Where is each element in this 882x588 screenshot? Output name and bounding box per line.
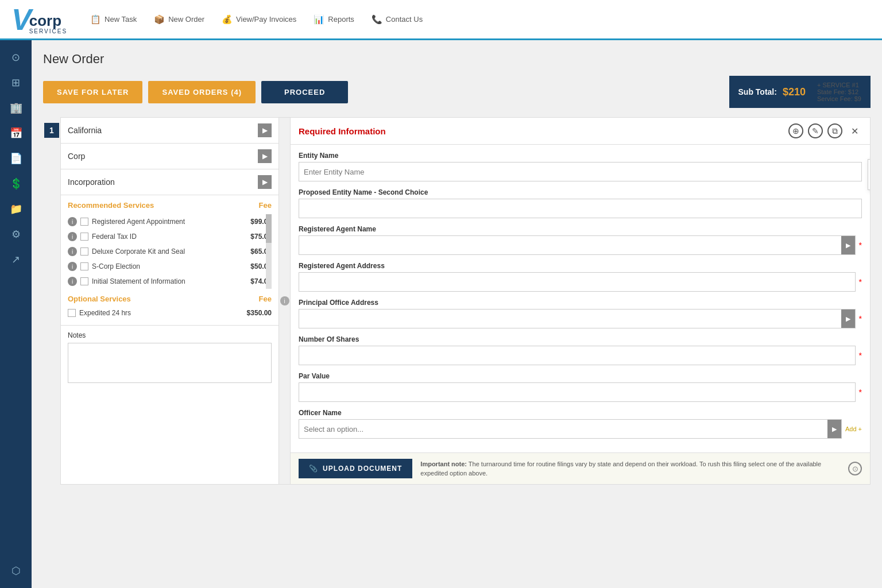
state-dropdown-arrow[interactable]: ▶ — [258, 123, 272, 137]
entity-name-2-input[interactable] — [299, 199, 862, 218]
registered-agent-address-group: Registered Agent Address * — [299, 262, 862, 292]
bottom-info-icon[interactable]: ⊙ — [848, 462, 862, 475]
main-layout: ⊙ ⊞ 🏢 📅 📄 💲 📁 ⚙ ↗ ⬡ New Order SAVE FOR L… — [0, 40, 882, 588]
entity-name-input[interactable] — [299, 162, 862, 181]
par-value-required: * — [859, 388, 862, 397]
officer-name-input[interactable] — [299, 425, 827, 434]
sidebar-file-icon[interactable]: 📁 — [5, 198, 28, 220]
shares-group: Number Of Shares * — [299, 335, 862, 365]
fee-header-label: Fee — [259, 201, 272, 210]
subtotal-box: Sub Total: $210 + SERVICE #1 State Fee: … — [729, 76, 871, 108]
nav-contact-label: Contact Us — [386, 15, 423, 24]
entity-type-dropdown-row[interactable]: Corp ▶ — [61, 144, 278, 169]
copy-form-icon[interactable]: ⧉ — [827, 123, 842, 138]
main-nav: 📋 New Task 📦 New Order 💰 View/Pay Invoic… — [90, 14, 423, 25]
nav-reports[interactable]: 📊 Reports — [314, 14, 354, 25]
optional-checkbox-0[interactable] — [68, 309, 76, 317]
recommended-services-label: Recommended Services — [68, 201, 154, 210]
upload-document-button[interactable]: 📎 UPLOAD DOCUMENT — [299, 459, 412, 478]
logo: V corp SERVICES — [11, 5, 67, 34]
service-info-icon-1[interactable]: i — [68, 232, 77, 241]
officer-name-arrow[interactable]: ▶ — [827, 420, 841, 438]
service-name-2: Deluxe Corporate Kit and Seal — [92, 247, 247, 256]
service-checkbox-3[interactable] — [80, 262, 88, 270]
par-value-input[interactable] — [299, 382, 856, 402]
required-info-panel: Required Information ⊕ ✎ ⧉ ✕ Entity Name — [291, 118, 870, 484]
principal-office-label: Principal Office Address — [299, 299, 862, 307]
middle-info-icon[interactable]: i — [280, 296, 289, 305]
service-checkbox-4[interactable] — [80, 277, 88, 285]
registered-agent-row: ▶ * — [299, 235, 862, 255]
shares-row: * — [299, 346, 862, 365]
proceed-button[interactable]: PROCEED — [261, 81, 348, 103]
entity-type-dropdown-arrow[interactable]: ▶ — [258, 149, 272, 163]
state-dropdown-row[interactable]: California ▶ — [61, 118, 278, 144]
service-fee: Service Fee: $9 — [817, 95, 861, 102]
nav-new-order-label: New Order — [168, 15, 204, 24]
entity-name-label: Entity Name — [299, 152, 862, 160]
sidebar-home-icon[interactable]: ⊙ — [5, 46, 28, 69]
nav-view-invoices[interactable]: 💰 View/Pay Invoices — [222, 14, 296, 25]
nav-new-order[interactable]: 📦 New Order — [154, 14, 204, 25]
sidebar-settings-icon[interactable]: ⚙ — [5, 223, 28, 246]
save-for-later-button[interactable]: SAVE FOR LATER — [43, 81, 142, 103]
upload-label: UPLOAD DOCUMENT — [323, 465, 402, 473]
service-checkbox-2[interactable] — [80, 247, 88, 256]
principal-office-field[interactable]: ▶ — [299, 309, 856, 328]
officer-name-field[interactable]: ▶ — [299, 419, 842, 439]
optional-item-0: Expedited 24 hrs $350.00 — [68, 307, 272, 319]
entity-name-2-label: Proposed Entity Name - Second Choice — [299, 188, 862, 196]
entity-name-tooltip: List name exactly as it shall appear, in… — [868, 159, 870, 190]
shares-input[interactable] — [299, 346, 856, 365]
service-info-icon-3[interactable]: i — [68, 262, 77, 271]
add-officer-label[interactable]: Add + — [845, 425, 862, 432]
service-name-4: Initial Statement of Information — [92, 277, 247, 285]
service-checkbox-0[interactable] — [80, 218, 88, 226]
address-required: * — [859, 277, 862, 287]
sidebar-logout-icon[interactable]: ⬡ — [5, 559, 28, 582]
nav-new-task[interactable]: 📋 New Task — [90, 14, 137, 25]
principal-office-arrow[interactable]: ▶ — [841, 310, 855, 328]
sidebar-money-icon[interactable]: 💲 — [5, 172, 28, 195]
saved-orders-button[interactable]: SAVED ORDERS (4) — [148, 81, 256, 103]
subtotal-label: Sub Total: — [738, 87, 777, 96]
close-form-icon[interactable]: ✕ — [847, 123, 862, 138]
edit-form-icon[interactable]: ✎ — [808, 123, 823, 138]
sidebar-calendar-icon[interactable]: 📅 — [5, 122, 28, 145]
service-info-icon-0[interactable]: i — [68, 217, 77, 226]
optional-header: Optional Services Fee — [68, 295, 272, 303]
add-form-icon[interactable]: ⊕ — [788, 123, 803, 138]
nav-contact-us[interactable]: 📞 Contact Us — [372, 14, 423, 25]
service-info-icon-4[interactable]: i — [68, 277, 77, 286]
registered-agent-field[interactable]: ▶ — [299, 235, 856, 255]
service-info-icon-2[interactable]: i — [68, 247, 77, 256]
registered-agent-arrow[interactable]: ▶ — [841, 236, 855, 254]
principal-office-group: Principal Office Address ▶ * — [299, 299, 862, 328]
subtotal-amount: $210 — [783, 86, 806, 98]
filing-type-dropdown-row[interactable]: Incorporation ▶ — [61, 169, 278, 195]
order-panel: California ▶ Corp ▶ Incorporation ▶ — [60, 117, 871, 485]
services-scrollbar[interactable] — [266, 214, 272, 289]
left-panel: California ▶ Corp ▶ Incorporation ▶ — [61, 118, 279, 484]
optional-services-label: Optional Services — [68, 295, 131, 303]
notes-textarea[interactable] — [68, 343, 272, 383]
filing-type-dropdown-arrow[interactable]: ▶ — [258, 175, 272, 189]
principal-office-input[interactable] — [299, 315, 841, 323]
sidebar-dashboard-icon[interactable]: ⊞ — [5, 71, 28, 94]
registered-agent-address-input[interactable] — [299, 272, 856, 292]
par-value-group: Par Value * — [299, 372, 862, 402]
sidebar-document-icon[interactable]: 📄 — [5, 147, 28, 170]
services-header: Recommended Services Fee — [68, 201, 272, 210]
left-sidebar: ⊙ ⊞ 🏢 📅 📄 💲 📁 ⚙ ↗ ⬡ — [0, 40, 32, 588]
registered-agent-input[interactable] — [299, 241, 841, 250]
service-checkbox-1[interactable] — [80, 233, 88, 241]
logo-corp: corp — [29, 13, 67, 28]
optional-fee-label: Fee — [259, 295, 272, 303]
bottom-note-bold: Important note: — [420, 461, 467, 467]
par-value-row: * — [299, 382, 862, 402]
new-task-icon: 📋 — [90, 14, 101, 25]
sidebar-share-icon[interactable]: ↗ — [5, 248, 28, 271]
sidebar-buildings-icon[interactable]: 🏢 — [5, 96, 28, 119]
logo-v: V — [11, 5, 32, 34]
service-item-3: i S-Corp Election $50.00 — [68, 259, 272, 274]
